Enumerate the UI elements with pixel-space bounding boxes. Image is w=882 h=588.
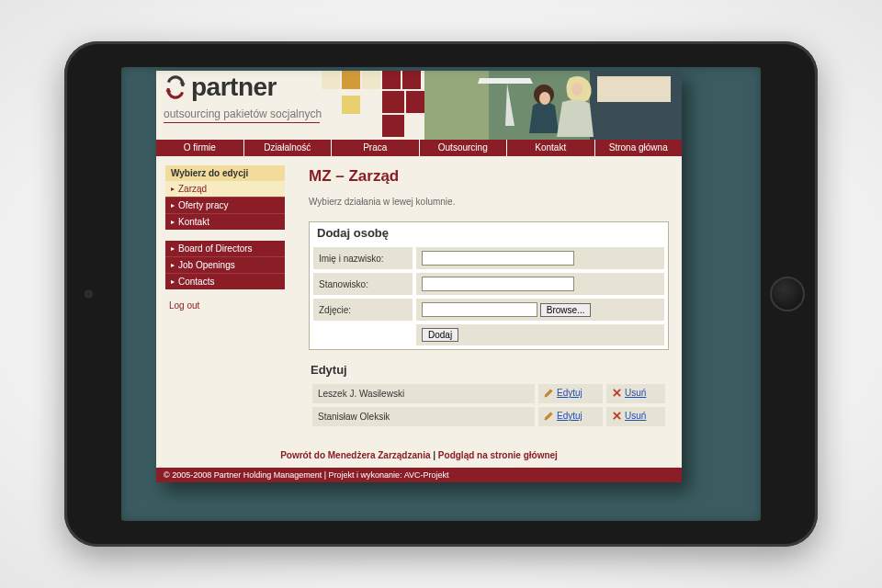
page-title: MZ – Zarząd	[309, 167, 669, 186]
sidebar-item-board-of-directors[interactable]: ▸Board of Directors	[165, 241, 285, 256]
tablet-screen: partner outsourcing pakietów socjalnych	[121, 67, 761, 521]
x-icon	[612, 411, 622, 421]
sidebar-item-zarzad[interactable]: ▸Zarząd	[165, 181, 285, 197]
tagline: outsourcing pakietów socjalnych	[164, 107, 322, 123]
nav-o-firmie[interactable]: O firmie	[156, 140, 244, 156]
triangle-right-icon: ▸	[171, 201, 175, 209]
sidebar-item-kontakt[interactable]: ▸Kontakt	[165, 213, 285, 230]
sidebar-item-label: Contacts	[178, 277, 214, 287]
main-nav: O firmie Działalność Praca Outsourcing K…	[156, 140, 682, 156]
triangle-right-icon: ▸	[171, 185, 175, 193]
bottom-links: Powrót do Menedżera Zarządzania | Podglą…	[156, 443, 682, 468]
sidebar-item-label: Board of Directors	[178, 243, 253, 254]
logout-link[interactable]: Log out	[169, 300, 199, 311]
logo[interactable]: partner	[164, 73, 277, 102]
triangle-right-icon: ▸	[171, 261, 175, 269]
mosaic-decor	[322, 71, 441, 140]
nav-praca[interactable]: Praca	[332, 140, 420, 156]
pencil-icon	[544, 411, 554, 421]
hint-text: Wybierz działania w lewej kolumnie.	[309, 197, 669, 207]
person-list: Leszek J. Wasilewski Edytuj Usuń Stanisł…	[309, 380, 669, 430]
footer-sep: | Projekt i wykonanie:	[322, 470, 403, 480]
triangle-right-icon: ▸	[171, 244, 175, 253]
sidebar-item-label: Kontakt	[178, 217, 209, 227]
footer: © 2005-2008 Partner Holding Management |…	[156, 468, 682, 482]
header: partner outsourcing pakietów socjalnych	[156, 71, 682, 140]
input-photo-path[interactable]	[422, 302, 537, 317]
edit-section-title: Edytuj	[311, 363, 669, 377]
sidebar-item-oferty-pracy[interactable]: ▸Oferty pracy	[165, 197, 285, 213]
home-button[interactable]	[770, 277, 805, 311]
svg-rect-3	[597, 76, 671, 102]
input-name[interactable]	[422, 251, 574, 266]
edit-link[interactable]: Edytuj	[544, 411, 582, 421]
footer-credit-link[interactable]: AVC-Projekt	[404, 470, 449, 480]
sidebar-item-label: Zarząd	[178, 184, 207, 194]
label-name: Imię i nazwisko:	[313, 247, 413, 269]
table-row: Leszek J. Wasilewski Edytuj Usuń	[312, 384, 665, 403]
label-position: Stanowisko:	[313, 273, 413, 295]
separator: |	[431, 450, 438, 460]
preview-main-page-link[interactable]: Podgląd na stronie głównej	[438, 450, 558, 460]
add-person-box: Dodaj osobę Imię i nazwisko: Stanowisko:	[309, 221, 669, 350]
sidebar-title: Wybierz do edycji	[165, 165, 285, 181]
nav-dzialalnosc[interactable]: Działalność	[244, 140, 333, 156]
nav-outsourcing[interactable]: Outsourcing	[420, 140, 508, 156]
person-name-cell: Stanisław Oleksik	[312, 407, 535, 426]
delete-link[interactable]: Usuń	[612, 411, 646, 421]
input-position[interactable]	[422, 277, 574, 291]
label-photo: Zdjęcie:	[313, 299, 413, 321]
sidebar-item-contacts[interactable]: ▸Contacts	[165, 273, 285, 289]
logo-wordmark: partner	[191, 73, 277, 102]
camera-dot	[85, 290, 93, 299]
sidebar-item-label: Job Openings	[178, 260, 235, 270]
triangle-right-icon: ▸	[171, 277, 175, 286]
edit-link[interactable]: Edytuj	[544, 388, 582, 398]
nav-strona-glowna[interactable]: Strona główna	[595, 140, 683, 156]
person-name-cell: Leszek J. Wasilewski	[312, 384, 535, 403]
browse-button[interactable]: Browse...	[540, 303, 592, 317]
tablet-frame: partner outsourcing pakietów socjalnych	[64, 41, 818, 547]
pencil-icon	[544, 388, 554, 398]
hero-image	[424, 71, 682, 140]
delete-link[interactable]: Usuń	[612, 388, 646, 398]
table-row: Stanisław Oleksik Edytuj Usuń	[312, 407, 665, 426]
footer-copy: © 2005-2008 Partner Holding Management	[164, 470, 322, 480]
triangle-right-icon: ▸	[171, 218, 175, 226]
x-icon	[612, 388, 622, 398]
add-button[interactable]: Dodaj	[422, 328, 458, 342]
sidebar-item-label: Oferty pracy	[178, 200, 228, 210]
app-window: partner outsourcing pakietów socjalnych	[156, 71, 682, 482]
sidebar-item-job-openings[interactable]: ▸Job Openings	[165, 256, 285, 273]
back-to-manager-link[interactable]: Powrót do Menedżera Zarządzania	[280, 450, 430, 460]
main-content: MZ – Zarząd Wybierz działania w lewej ko…	[285, 156, 682, 443]
nav-kontakt[interactable]: Kontakt	[507, 140, 595, 156]
cycle-arrows-icon	[164, 75, 187, 99]
add-person-title: Dodaj osobę	[310, 222, 668, 243]
sidebar: Wybierz do edycji ▸Zarząd ▸Oferty pracy …	[156, 156, 285, 443]
